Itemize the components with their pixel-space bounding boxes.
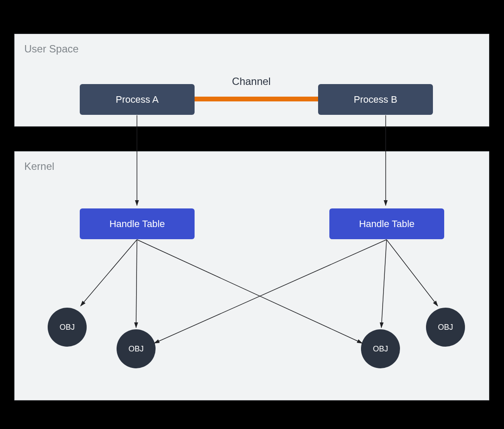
process-b-label: Process B bbox=[354, 94, 397, 105]
handle-table-a-label: Handle Table bbox=[109, 218, 165, 230]
channel-line bbox=[179, 97, 331, 101]
kernel-panel: Kernel bbox=[14, 151, 489, 400]
process-a-box: Process A bbox=[80, 84, 195, 115]
kernel-title: Kernel bbox=[24, 160, 54, 172]
obj-2: OBJ bbox=[117, 329, 156, 368]
handle-table-a-box: Handle Table bbox=[80, 208, 195, 239]
handle-table-b-box: Handle Table bbox=[329, 208, 444, 239]
obj-1-label: OBJ bbox=[59, 323, 75, 332]
user-space-title: User Space bbox=[24, 43, 78, 55]
process-a-label: Process A bbox=[116, 94, 159, 105]
obj-3-label: OBJ bbox=[373, 344, 388, 354]
channel-label: Channel bbox=[221, 75, 282, 88]
process-b-box: Process B bbox=[318, 84, 433, 115]
diagram-canvas: User Space Kernel Channel Process A Proc… bbox=[0, 0, 504, 429]
obj-1: OBJ bbox=[48, 308, 87, 347]
handle-table-b-label: Handle Table bbox=[359, 218, 414, 230]
obj-3: OBJ bbox=[361, 329, 400, 368]
obj-4: OBJ bbox=[426, 308, 465, 347]
obj-2-label: OBJ bbox=[128, 344, 143, 354]
obj-4-label: OBJ bbox=[438, 323, 453, 332]
